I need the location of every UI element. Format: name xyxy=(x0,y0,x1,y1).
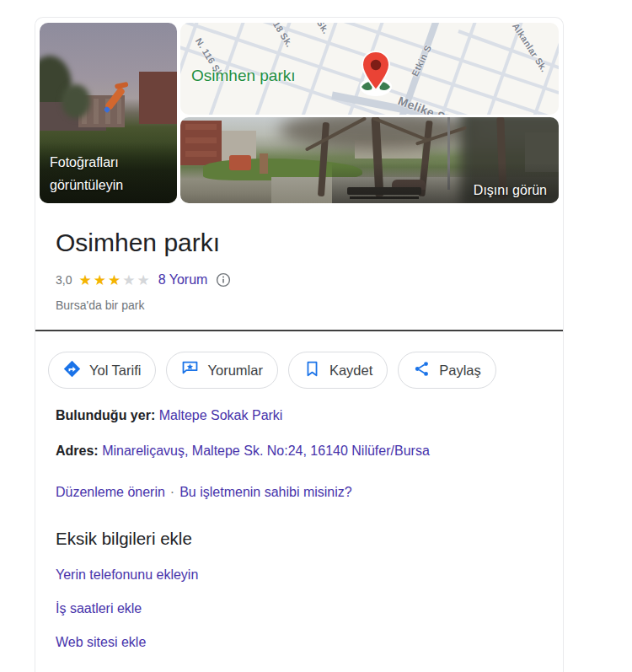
share-button[interactable]: Paylaş xyxy=(398,352,496,389)
reviews-icon xyxy=(181,360,199,381)
stars-empty: ★★ xyxy=(122,272,151,288)
address-label: Adres: xyxy=(56,444,99,458)
save-button-label: Kaydet xyxy=(329,363,372,379)
view-photos-label[interactable]: Fotoğrafları görüntüleyin xyxy=(50,151,177,196)
reviews-link[interactable]: 8 Yorum xyxy=(158,272,208,288)
add-hours-link[interactable]: İş saatleri ekle xyxy=(56,601,543,616)
stars-filled: ★★★ xyxy=(78,272,122,288)
media-collage: Fotoğrafları görüntüleyin xyxy=(40,23,559,203)
own-business-link[interactable]: Bu işletmenin sahibi misiniz? xyxy=(179,485,352,499)
share-icon xyxy=(413,360,431,381)
add-phone-link[interactable]: Yerin telefonunu ekleyin xyxy=(56,567,543,583)
reviews-button-label: Yorumlar xyxy=(207,363,262,379)
share-button-label: Paylaş xyxy=(439,363,481,379)
park-photo-thumbnail[interactable]: Fotoğrafları görüntüleyin xyxy=(40,23,177,203)
see-outside-label[interactable]: Dışını görün xyxy=(474,183,547,198)
page-title: Osimhen parkı xyxy=(56,227,543,259)
map-pin-icon xyxy=(356,48,396,99)
rating-row: 3,0 ★★★★★ 8 Yorum xyxy=(56,272,543,288)
info-icon[interactable] xyxy=(216,272,231,288)
save-button[interactable]: Kaydet xyxy=(288,352,388,389)
suggest-edit-link[interactable]: Düzenleme önerin xyxy=(56,485,165,499)
located-in-link[interactable]: Maltepe Sokak Parki xyxy=(159,408,283,422)
reviews-button[interactable]: Yorumlar xyxy=(166,352,277,389)
bookmark-icon xyxy=(303,360,321,381)
dot-separator: · xyxy=(165,485,179,499)
address-link[interactable]: Minareliçavuş, Maltepe Sk. No:24, 16140 … xyxy=(102,444,430,458)
add-website-link[interactable]: Web sitesi ekle xyxy=(56,635,543,650)
address-row: Adres: Minareliçavuş, Maltepe Sk. No:24,… xyxy=(56,443,543,460)
map-place-label: Osimhen parkı xyxy=(191,67,296,85)
suggest-edit-row: Düzenleme önerin·Bu işletmenin sahibi mi… xyxy=(56,484,543,501)
located-in-label: Bulunduğu yer: xyxy=(56,408,155,422)
star-rating: ★★★★★ xyxy=(78,273,151,288)
rating-value: 3,0 xyxy=(56,273,72,287)
place-subtitle: Bursa'da bir park xyxy=(56,298,543,312)
directions-button[interactable]: Yol Tarifi xyxy=(48,352,156,389)
section-divider xyxy=(35,330,563,331)
directions-icon xyxy=(63,360,81,381)
missing-info-heading: Eksik bilgileri ekle xyxy=(56,529,543,549)
street-view-thumbnail[interactable]: Dışını görün xyxy=(180,117,559,203)
action-buttons: Yol Tarifi Yorumlar Kaydet xyxy=(48,352,543,389)
located-in-row: Bulunduğu yer: Maltepe Sokak Parki xyxy=(56,407,543,424)
directions-button-label: Yol Tarifi xyxy=(89,363,141,379)
panel-body: Osimhen parkı 3,0 ★★★★★ 8 Yorum Bursa'da… xyxy=(35,203,563,650)
knowledge-panel: Fotoğrafları görüntüleyin xyxy=(35,17,564,672)
map-thumbnail[interactable]: N. 116 Sk. 18 Sk. Sk. Etkin S Alkanlar S… xyxy=(180,23,559,115)
media-right-column: N. 116 Sk. 18 Sk. Sk. Etkin S Alkanlar S… xyxy=(180,23,559,203)
